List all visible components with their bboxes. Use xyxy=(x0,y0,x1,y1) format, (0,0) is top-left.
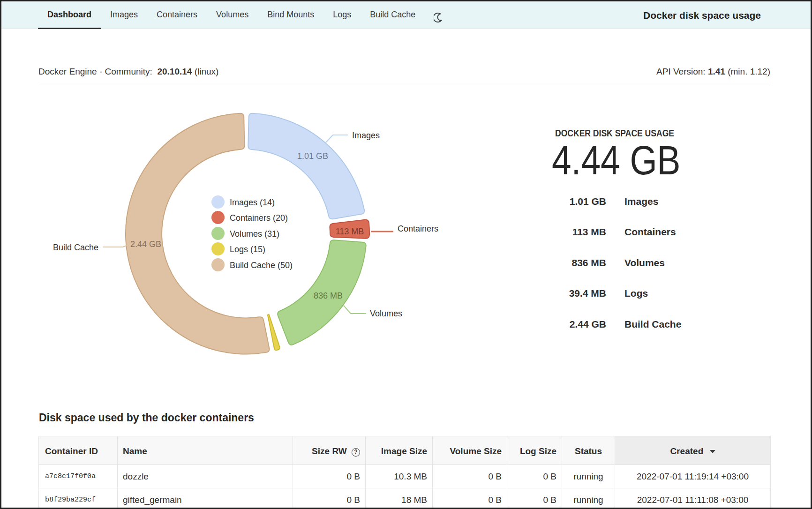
svg-text:836 MB: 836 MB xyxy=(314,291,343,300)
svg-text:Build Cache: Build Cache xyxy=(53,243,98,252)
svg-text:Containers: Containers xyxy=(398,224,438,233)
svg-text:113 MB: 113 MB xyxy=(336,227,364,236)
svg-text:Volumes: Volumes xyxy=(370,309,402,318)
svg-text:2.44 GB: 2.44 GB xyxy=(130,240,161,249)
svg-text:Logs (15): Logs (15) xyxy=(230,245,265,254)
svg-text:Images (14): Images (14) xyxy=(230,198,275,207)
svg-text:Images: Images xyxy=(352,131,380,140)
svg-text:1.01 GB: 1.01 GB xyxy=(297,151,328,161)
svg-text:Volumes (31): Volumes (31) xyxy=(230,229,279,239)
svg-text:Build Cache (50): Build Cache (50) xyxy=(230,261,293,270)
svg-text:Containers (20): Containers (20) xyxy=(230,213,288,223)
